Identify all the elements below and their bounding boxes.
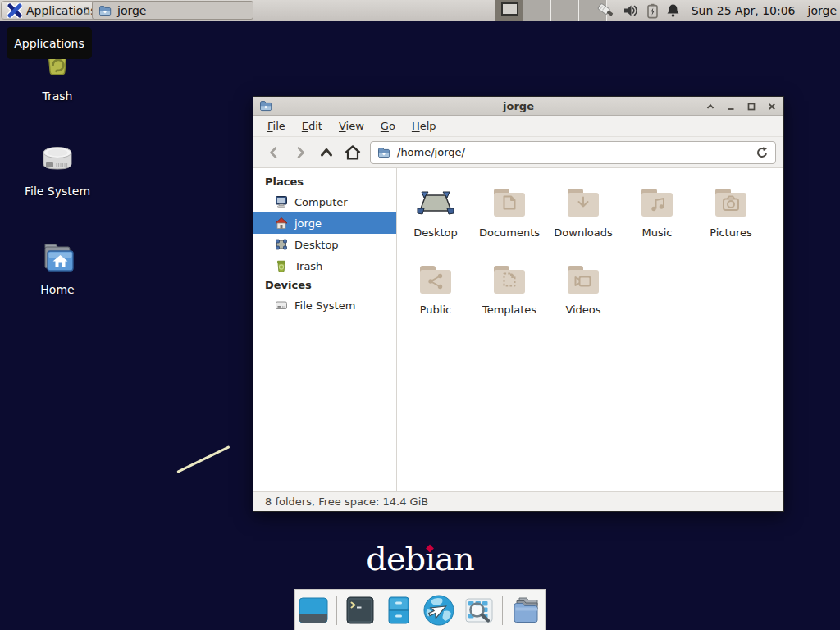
- sidebar-item-computer[interactable]: Computer: [253, 191, 396, 212]
- public-folder-icon: [416, 260, 455, 299]
- app-finder-icon: [463, 595, 495, 626]
- usb-device-icon[interactable]: [596, 2, 616, 19]
- battery-icon[interactable]: [646, 3, 659, 19]
- show-desktop-icon: [298, 595, 329, 626]
- path-bar[interactable]: /home/jorge/: [370, 141, 776, 164]
- panel-username[interactable]: jorge: [808, 4, 837, 17]
- desktop-icon: [416, 183, 455, 222]
- sidebar-item-file-system[interactable]: File System: [253, 294, 396, 316]
- file-label: Downloads: [554, 226, 612, 239]
- debian-logo: debıan: [0, 540, 840, 578]
- file-label: Videos: [565, 304, 600, 316]
- home-icon: [275, 217, 288, 230]
- videos-folder-icon: [564, 260, 603, 299]
- path-folder-icon: [377, 146, 390, 159]
- sidebar-item-jorge[interactable]: jorge: [253, 212, 396, 234]
- drive-icon: [275, 299, 288, 312]
- templates-folder-icon: [490, 260, 529, 299]
- forward-icon: [292, 144, 308, 161]
- desktop-icon-file-system[interactable]: File System: [12, 141, 103, 198]
- desktop-icon-label: File System: [12, 185, 103, 198]
- sidebar-item-trash[interactable]: Trash: [253, 255, 396, 276]
- workspace-switcher[interactable]: [495, 0, 607, 21]
- file-manager-launcher[interactable]: [383, 595, 414, 626]
- statusbar: 8 folders, Free space: 14.4 GiB: [253, 491, 783, 511]
- directory-launcher[interactable]: [510, 595, 543, 626]
- dock-separator: [502, 596, 503, 625]
- up-button[interactable]: [313, 141, 340, 164]
- dock: [294, 589, 546, 630]
- window-titlebar[interactable]: jorge: [253, 97, 783, 116]
- home-folder-icon: [37, 240, 78, 279]
- stray-line-artifact: [176, 445, 230, 473]
- close-button[interactable]: [767, 102, 777, 112]
- top-panel: Applications jorge: [0, 0, 840, 21]
- music-folder-icon: [637, 183, 677, 222]
- panel-clock[interactable]: Sun 25 Apr, 10:06: [692, 4, 796, 17]
- file-cabinet-icon: [383, 595, 414, 626]
- notification-bell-icon[interactable]: [666, 3, 680, 18]
- desktop: Applications jorge: [0, 0, 840, 630]
- taskbar-item-jorge[interactable]: jorge: [92, 1, 253, 20]
- pictures-folder-icon: [711, 183, 751, 222]
- sidebar-item-desktop[interactable]: Desktop: [253, 234, 396, 255]
- menu-go[interactable]: Go: [372, 116, 404, 135]
- trash-icon: [275, 259, 288, 272]
- file-tile-pictures[interactable]: Pictures: [694, 183, 768, 239]
- menu-help[interactable]: Help: [404, 116, 445, 135]
- menubar: File Edit View Go Help: [253, 116, 783, 137]
- maximize-button[interactable]: [746, 102, 756, 112]
- home-icon: [344, 144, 362, 162]
- home-button[interactable]: [340, 141, 366, 164]
- sidebar-header-places: Places: [253, 173, 396, 191]
- web-browser-icon: [422, 593, 456, 628]
- file-icon-view[interactable]: Desktop Documents Downloads: [397, 168, 783, 491]
- desktop-icon-home[interactable]: Home: [12, 240, 103, 296]
- panel-separator-handle[interactable]: [84, 7, 89, 15]
- system-tray: Sun 25 Apr, 10:06 jorge: [596, 0, 837, 21]
- file-tile-music[interactable]: Music: [620, 183, 694, 239]
- app-finder-launcher[interactable]: [463, 595, 495, 626]
- desktop-icon-label: Trash: [12, 89, 103, 103]
- sidebar-item-label: Trash: [294, 260, 322, 272]
- file-tile-downloads[interactable]: Downloads: [546, 183, 620, 239]
- reload-icon: [756, 146, 769, 159]
- sidebar-header-devices: Devices: [253, 276, 396, 294]
- web-browser-launcher[interactable]: [422, 593, 456, 628]
- toolbar: /home/jorge/: [253, 137, 783, 168]
- terminal-launcher[interactable]: [345, 595, 376, 626]
- back-button[interactable]: [261, 141, 287, 164]
- menu-file[interactable]: File: [259, 116, 294, 135]
- menu-view[interactable]: View: [331, 116, 372, 135]
- file-tile-desktop[interactable]: Desktop: [399, 183, 472, 239]
- folder-icon: [98, 4, 112, 17]
- volume-icon[interactable]: [623, 3, 639, 18]
- minimize-button[interactable]: [726, 102, 736, 112]
- sidebar-item-label: Computer: [294, 196, 348, 208]
- terminal-icon: [345, 595, 376, 626]
- file-label: Public: [420, 304, 451, 316]
- directory-icon: [510, 595, 543, 626]
- workspace-1[interactable]: [495, 0, 523, 21]
- workspace-3[interactable]: [551, 0, 579, 21]
- reload-button[interactable]: [756, 146, 769, 159]
- file-manager-window: jorge File Edit View Go Help: [253, 96, 784, 512]
- file-tile-videos[interactable]: Videos: [546, 260, 620, 316]
- menu-edit[interactable]: Edit: [294, 116, 331, 135]
- file-tile-templates[interactable]: Templates: [472, 260, 546, 316]
- dock-separator: [336, 596, 337, 625]
- shade-button[interactable]: [705, 102, 715, 112]
- window-content: Places Computer: [253, 168, 783, 491]
- file-tile-documents[interactable]: Documents: [472, 183, 546, 239]
- desktop-icon: [275, 238, 288, 251]
- show-desktop-button[interactable]: [298, 595, 329, 626]
- up-icon: [318, 144, 335, 161]
- forward-button[interactable]: [287, 141, 313, 164]
- workspace-2[interactable]: [523, 0, 551, 21]
- file-label: Desktop: [413, 226, 458, 239]
- applications-tooltip: Applications: [7, 27, 92, 59]
- file-label: Documents: [479, 226, 540, 239]
- sidebar-item-label: File System: [294, 299, 355, 312]
- documents-folder-icon: [490, 183, 529, 222]
- file-tile-public[interactable]: Public: [399, 260, 472, 316]
